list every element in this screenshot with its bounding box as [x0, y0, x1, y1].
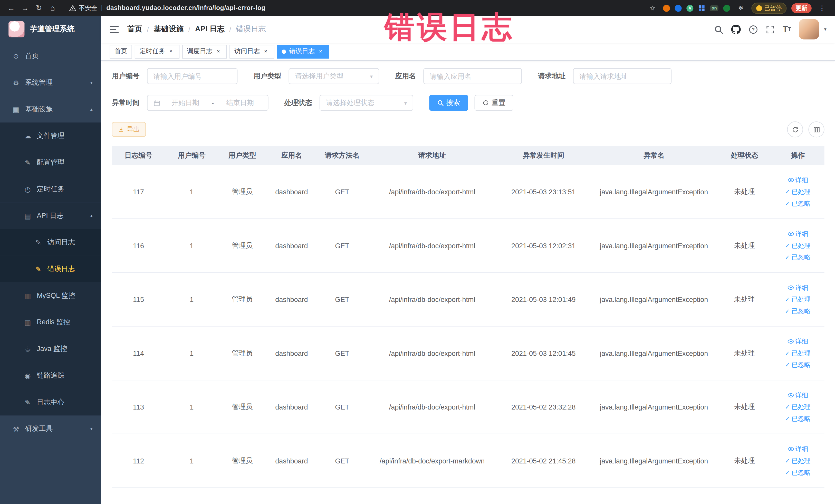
check-icon: ✓: [785, 296, 790, 303]
processed-link[interactable]: ✓ 已处理: [785, 295, 811, 304]
user-type-select[interactable]: 请选择用户类型 ▾: [288, 68, 379, 84]
sidebar-logo[interactable]: 芋道管理系统: [0, 16, 101, 43]
avatar[interactable]: [799, 19, 819, 40]
github-icon[interactable]: [731, 24, 740, 34]
sidebar-item-home[interactable]: ⊙ 首页: [0, 43, 101, 69]
detail-link[interactable]: 详细: [787, 176, 808, 185]
back-icon[interactable]: ←: [5, 2, 17, 14]
reload-icon[interactable]: ↻: [33, 2, 45, 14]
sidebar-item-trace[interactable]: ◉ 链路追踪: [0, 362, 101, 389]
detail-link[interactable]: 详细: [787, 444, 808, 453]
tab-access-log[interactable]: 访问日志 ×: [229, 44, 274, 58]
sidebar-item-label: 文件管理: [37, 131, 64, 140]
breadcrumb-item[interactable]: API 日志: [195, 24, 225, 34]
on-badge[interactable]: on: [710, 5, 718, 11]
security-warning[interactable]: 不安全: [69, 4, 97, 12]
table-toolbar: 导出: [112, 121, 824, 137]
search-button[interactable]: 搜索: [429, 95, 468, 110]
user-id-input[interactable]: [154, 72, 231, 80]
refresh-button[interactable]: [787, 121, 803, 137]
sidebar-item-api-log[interactable]: ▤ API 日志 ▴: [0, 202, 101, 229]
app-name-input[interactable]: [430, 72, 515, 80]
edit-icon: ✎: [23, 158, 32, 166]
close-icon[interactable]: ×: [317, 48, 324, 55]
column-header: 日志编号: [112, 151, 165, 160]
date-range-picker[interactable]: 开始日期 - 结束日期: [147, 95, 268, 110]
ignored-link[interactable]: ✓ 已忽略: [785, 253, 811, 262]
bookmark-star-icon[interactable]: ☆: [647, 2, 658, 14]
extension-orange-icon[interactable]: [663, 5, 670, 12]
detail-link[interactable]: 详细: [787, 337, 808, 346]
close-icon[interactable]: ×: [167, 48, 175, 55]
sidebar-item-system-management[interactable]: ⚙ 系统管理 ▾: [0, 69, 101, 96]
sidebar-item-scheduled-tasks[interactable]: ◷ 定时任务: [0, 176, 101, 203]
detail-link[interactable]: 详细: [787, 283, 808, 292]
detail-link[interactable]: 详细: [787, 229, 808, 238]
cell-request-url: /api/infra/db-doc/export-html: [368, 403, 497, 411]
processed-link-label: 已处理: [791, 187, 811, 196]
processed-link[interactable]: ✓ 已处理: [785, 402, 811, 411]
ignored-link[interactable]: ✓ 已忽略: [785, 306, 811, 316]
sidebar-item-error-log[interactable]: ✎ 错误日志: [0, 256, 101, 282]
extension-grid-icon[interactable]: [698, 5, 705, 12]
detail-link-label: 详细: [795, 337, 808, 346]
sidebar-item-redis-monitor[interactable]: ▥ Redis 监控: [0, 309, 101, 336]
process-status-select[interactable]: 请选择处理状态 ▾: [320, 95, 413, 110]
cell-user-id: 1: [165, 188, 218, 196]
help-icon[interactable]: ?: [749, 25, 757, 34]
ignored-link[interactable]: ✓ 已忽略: [785, 414, 811, 423]
column-settings-button[interactable]: [808, 121, 824, 137]
sidebar-item-file-management[interactable]: ☁ 文件管理: [0, 122, 101, 149]
processed-link[interactable]: ✓ 已处理: [785, 349, 811, 358]
filter-row-2: 异常时间 开始日期 - 结束日期 处理状态 请选择处理状态 ▾: [112, 95, 824, 110]
close-icon[interactable]: ×: [215, 48, 222, 55]
vue-devtools-icon[interactable]: V: [687, 5, 694, 12]
eye-icon: [787, 230, 794, 237]
extension-paw-icon[interactable]: ✻: [735, 2, 747, 14]
processed-link[interactable]: ✓ 已处理: [785, 456, 811, 465]
paused-badge[interactable]: 已暂停: [751, 2, 787, 14]
home-browser-icon[interactable]: ⌂: [47, 2, 59, 14]
close-icon[interactable]: ×: [262, 48, 269, 55]
extension-blue-icon[interactable]: [675, 5, 682, 12]
breadcrumb-item[interactable]: 基础设施: [154, 24, 184, 34]
sidebar-item-dev-tools[interactable]: ⚒ 研发工具 ▾: [0, 416, 101, 442]
tab-scheduled-task[interactable]: 定时任务 ×: [135, 44, 179, 58]
sidebar-item-config-management[interactable]: ✎ 配置管理: [0, 149, 101, 176]
table-header: 日志编号 用户编号 用户类型 应用名 请求方法名 请求地址 异常发生时间 异常名…: [112, 146, 824, 165]
detail-link[interactable]: 详细: [787, 391, 808, 400]
sidebar-item-access-log[interactable]: ✎ 访问日志: [0, 229, 101, 256]
font-size-icon[interactable]: TT: [782, 25, 791, 34]
redis-icon: ▥: [23, 318, 32, 326]
sidebar-item-infrastructure[interactable]: ▣ 基础设施 ▴: [0, 96, 101, 122]
sidebar-toggle-icon[interactable]: [109, 25, 119, 33]
sidebar-item-mysql-monitor[interactable]: ▦ MySQL 监控: [0, 282, 101, 309]
extension-green-icon[interactable]: [723, 5, 730, 12]
tab-schedule-log[interactable]: 调度日志 ×: [182, 44, 227, 58]
fullscreen-icon[interactable]: [766, 25, 775, 34]
update-button[interactable]: 更新: [791, 3, 812, 13]
avatar-caret-icon[interactable]: ▾: [824, 27, 827, 32]
sidebar-item-log-center[interactable]: ✎ 日志中心: [0, 389, 101, 416]
tab-home[interactable]: 首页: [109, 44, 132, 58]
tab-label: 首页: [115, 47, 127, 56]
breadcrumb-item[interactable]: 首页: [127, 24, 142, 34]
ignored-link[interactable]: ✓ 已忽略: [785, 361, 811, 369]
export-button[interactable]: 导出: [112, 122, 146, 137]
tab-error-log[interactable]: 错误日志 ×: [277, 44, 329, 58]
search-icon[interactable]: [714, 25, 723, 34]
reset-button-label: 重置: [492, 98, 505, 107]
ignored-link[interactable]: ✓ 已忽略: [785, 199, 811, 208]
processed-link[interactable]: ✓ 已处理: [785, 187, 811, 196]
detail-link-label: 详细: [795, 391, 808, 400]
sidebar-item-label: 访问日志: [47, 238, 75, 247]
ignored-link[interactable]: ✓ 已忽略: [785, 468, 811, 477]
address-bar[interactable]: 不安全 | dashboard.yudao.iocoder.cn/infra/l…: [61, 4, 645, 12]
processed-link[interactable]: ✓ 已处理: [785, 241, 811, 250]
sidebar-item-java-monitor[interactable]: ☕ Java 监控: [0, 336, 101, 362]
request-url-input[interactable]: [579, 72, 665, 80]
reset-button[interactable]: 重置: [475, 95, 513, 110]
forward-icon[interactable]: →: [19, 2, 31, 14]
cell-request-url: /api/infra/db-doc/export-html: [368, 349, 497, 357]
browser-menu-icon[interactable]: ⋮: [816, 4, 828, 12]
